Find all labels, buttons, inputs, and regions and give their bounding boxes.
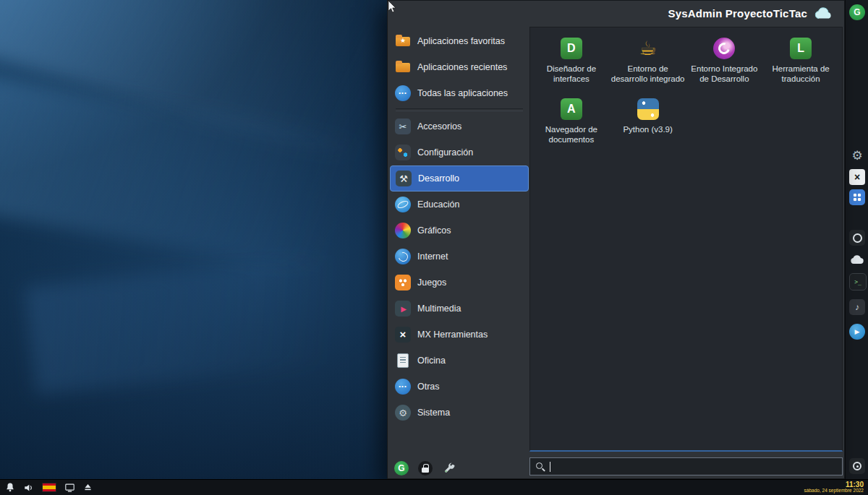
sidebar-item-label: Configuración: [417, 147, 473, 158]
eric-ide-icon: [713, 38, 735, 59]
sidebar-item-label: Desarrollo: [418, 173, 459, 184]
interface-designer-icon: D: [561, 38, 582, 59]
sidebar-item-label: Juegos: [417, 277, 446, 288]
category-separator: [396, 108, 523, 111]
keyboard-layout-spanish-flag[interactable]: [42, 483, 56, 492]
development-icon: [396, 171, 412, 186]
lock-screen-button[interactable]: [418, 461, 433, 475]
sidebar-item-juegos[interactable]: Juegos: [390, 270, 529, 296]
sidebar-item-label: Oficina: [417, 356, 446, 366]
sidebar-item-aplicaciones-favoritas[interactable]: ★ Aplicaciones favoritas: [390, 28, 529, 54]
camera-icon[interactable]: [849, 230, 865, 246]
eject-icon[interactable]: [83, 483, 93, 492]
app-label: Diseñador de interfaces: [535, 64, 608, 84]
system-icon: [395, 405, 411, 421]
python-icon: [637, 98, 659, 120]
applications-grid: D Diseñador de interfaces Entorno de des…: [530, 27, 842, 155]
office-icon: [395, 353, 411, 369]
applications-pane: D Diseñador de interfaces Entorno de des…: [529, 27, 843, 452]
app-item-entorno-integrado-de-desarrollo[interactable]: Entorno Integrado de Desarrollo: [686, 36, 763, 85]
education-icon: [395, 197, 411, 212]
tools-icon: [443, 462, 456, 475]
internet-icon: [395, 249, 411, 264]
screen-record-icon[interactable]: [849, 458, 865, 474]
close-window-icon[interactable]: ×: [849, 169, 865, 185]
right-dock-panel: G ⚙ × >_ ♪ ▶: [845, 0, 868, 479]
app-label: Entorno Integrado de Desarrollo: [688, 64, 762, 84]
sidebar-item-graficos[interactable]: Gráficos: [390, 218, 529, 244]
apps-grid-icon[interactable]: [849, 189, 865, 205]
sidebar-item-configuracion[interactable]: Configuración: [390, 139, 529, 165]
sidebar-item-label: Sistema: [417, 408, 450, 418]
search-icon: [535, 462, 545, 471]
settings-gear-icon[interactable]: ⚙: [849, 147, 865, 163]
documentation-browser-icon: A: [561, 98, 582, 120]
folder-favorites-icon: ★: [395, 33, 411, 49]
settings-icon: [395, 145, 411, 160]
menu-title: SysAdmin ProyectoTicTac: [668, 7, 807, 20]
messenger-icon[interactable]: ▶: [849, 324, 865, 340]
sidebar-item-multimedia[interactable]: Multimedia: [390, 296, 529, 322]
sidebar-item-label: Internet: [417, 251, 448, 262]
sidebar-item-mx-herramientas[interactable]: MX Herramientas: [390, 322, 529, 348]
sidebar-item-label: Multimedia: [417, 304, 461, 314]
tools-button[interactable]: [442, 461, 456, 475]
cloud-storage-icon[interactable]: [849, 251, 865, 267]
taskbar: 11:30 sábado, 24 septiembre 2022: [0, 479, 868, 495]
app-item-herramienta-de-traduccion[interactable]: L Herramienta de traducción: [762, 36, 839, 85]
games-icon: [395, 275, 411, 290]
sidebar-item-aplicaciones-recientes[interactable]: Aplicaciones recientes: [390, 54, 529, 80]
geany-ide-icon: [637, 38, 659, 59]
search-input[interactable]: [556, 461, 837, 473]
accessories-icon: [395, 119, 411, 134]
search-bar[interactable]: [529, 457, 843, 475]
app-label: Herramienta de traducción: [764, 64, 838, 84]
system-tray: [5, 482, 93, 493]
sidebar-item-label: MX Herramientas: [417, 330, 488, 340]
app-item-navegador-de-documentos[interactable]: A Navegador de documentos: [533, 97, 610, 146]
sidebar-item-internet[interactable]: Internet: [390, 244, 529, 270]
sidebar-item-label: Todas las aplicaciones: [417, 88, 508, 98]
app-label: Entorno de desarrollo integrado: [611, 64, 685, 84]
translation-tool-icon: L: [790, 38, 812, 59]
media-note-icon[interactable]: ♪: [849, 299, 865, 315]
other-icon: [395, 379, 411, 395]
sidebar-item-desarrollo[interactable]: Desarrollo: [390, 165, 529, 191]
text-caret: [550, 462, 550, 472]
volume-icon[interactable]: [23, 483, 34, 493]
cloud-icon: [814, 7, 833, 20]
sidebar-item-otras[interactable]: Otras: [390, 374, 529, 400]
clock-date: sábado, 24 septiembre 2022: [804, 488, 864, 494]
notifications-bell-icon[interactable]: [5, 482, 15, 493]
sidebar-item-oficina[interactable]: Oficina: [390, 348, 529, 374]
folder-recent-icon: [395, 59, 411, 75]
terminal-icon[interactable]: >_: [849, 273, 867, 290]
sidebar-item-educacion[interactable]: Educación: [390, 191, 529, 218]
sidebar-item-label: Aplicaciones favoritas: [417, 36, 505, 46]
sidebar-item-label: Accesorios: [417, 121, 461, 132]
mx-tools-icon: [395, 327, 411, 343]
multimedia-icon: [395, 301, 411, 317]
panel-clock[interactable]: 11:30 sábado, 24 septiembre 2022: [804, 481, 865, 494]
app-label: Python (v3.9): [623, 124, 672, 134]
menu-header: SysAdmin ProyectoTicTac: [388, 1, 844, 26]
user-g-button[interactable]: G: [394, 461, 409, 475]
application-menu: SysAdmin ProyectoTicTac ★ Aplicaciones f…: [387, 0, 845, 479]
app-item-disenador-de-interfaces[interactable]: D Diseñador de interfaces: [533, 36, 610, 85]
app-item-python[interactable]: Python (v3.9): [610, 97, 686, 146]
sidebar-item-label: Otras: [417, 382, 440, 392]
graphics-icon: [395, 223, 411, 238]
sidebar-item-sistema[interactable]: Sistema: [390, 400, 529, 426]
sidebar-item-accesorios[interactable]: Accesorios: [390, 113, 529, 139]
sidebar-item-label: Gráficos: [417, 225, 451, 236]
sidebar-item-label: Aplicaciones recientes: [417, 62, 507, 72]
display-icon[interactable]: [64, 483, 75, 493]
category-list: ★ Aplicaciones favoritas Aplicaciones re…: [390, 28, 529, 426]
app-item-entorno-de-desarrollo-integrado[interactable]: Entorno de desarrollo integrado: [610, 36, 686, 85]
desktop-screen: SysAdmin ProyectoTicTac ★ Aplicaciones f…: [0, 0, 868, 495]
sidebar-item-todas-las-aplicaciones[interactable]: Todas las aplicaciones: [390, 80, 529, 106]
launcher-g-icon[interactable]: G: [849, 4, 865, 20]
menu-footer: G: [394, 460, 456, 476]
all-applications-icon: [395, 85, 411, 101]
sidebar-item-label: Educación: [417, 199, 459, 210]
